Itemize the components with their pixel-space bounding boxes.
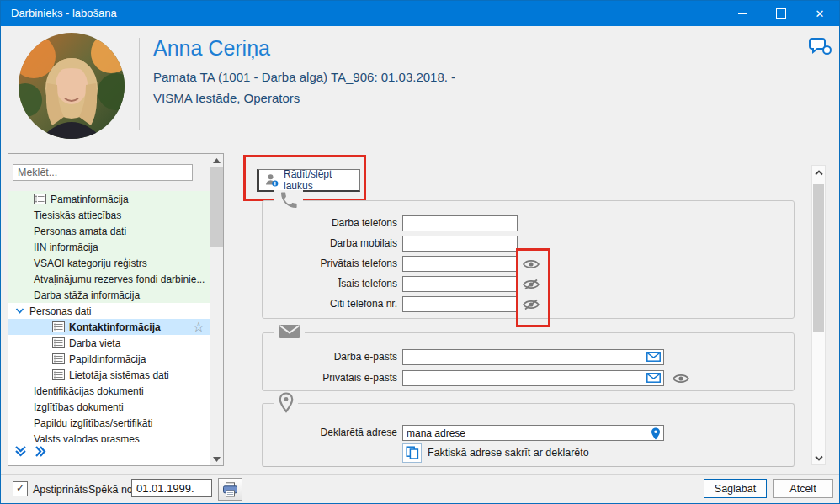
sidebar-item-label: Identifikācijas dokumenti [34,385,144,397]
phone-field-row: Darba telefons [263,215,794,232]
sidebar-item-label: Pamatinformācija [51,194,129,205]
sidebar-item-label: Papildu izglītības/sertifikāti [34,417,152,429]
maximize-button[interactable] [762,1,800,26]
priv-tais-telefons-input[interactable] [402,256,518,272]
show-hide-fields-button[interactable]: Rādīt/slēpt laukus [257,169,360,192]
priv-tais-e-pasts-input[interactable] [402,370,664,386]
title-bar: Darbinieks - labošana ✕ [1,1,839,26]
form-icon [52,321,65,332]
darba-mobilais-label: Darba mobilais [263,237,397,249]
sidebar-item-label: Darba vieta [69,337,120,349]
sidebar-item-atva-in-jumu-rezerves-fondi-darbinie[interactable]: Atvaļinājumu rezerves fondi darbinie... [8,271,210,287]
sidebar-item-pamatinform-cija[interactable]: Pamatinformācija [8,191,210,207]
employee-edit-dialog: Darbinieks - labošana ✕ [0,0,840,504]
sidebar-item-personas-amata-dati[interactable]: Personas amata dati [8,223,210,239]
darba-e-pasts-input[interactable] [402,349,664,365]
sidebar-item-label: Darba stāža informācija [34,289,140,301]
address-match-label: Faktiskā adrese sakrīt ar deklarēto [428,447,589,459]
show-hide-fields-label: Rādīt/slēpt laukus [284,168,359,192]
chat-icon[interactable] [809,36,832,56]
sidebar-item-label: VSAOI kategoriju reģistrs [34,257,147,269]
close-icon: ✕ [816,8,825,19]
form-icon [52,369,65,380]
sidebar-item-tiesisk-s-attiec-bas[interactable]: Tiesiskās attiecības [8,207,210,223]
print-button[interactable] [218,478,242,501]
sidebar-item-label: Personas dati [29,305,91,317]
copy-address-button[interactable] [402,443,422,463]
sidebar-scrollbar[interactable] [210,154,223,465]
sidebar-item-lietot-ja-sist-mas-dati[interactable]: Lietotāja sistēmas dati [8,367,210,383]
sidebar-item-iin-inform-cija[interactable]: IIN informācija [8,239,210,255]
approved-checkbox[interactable]: ✓ [13,481,28,496]
declared-address-input[interactable] [402,425,664,441]
sidebar-tree: PamatinformācijaTiesiskās attiecībasPers… [8,191,210,442]
sidebar-item-papildu-izgl-t-bas-sertifik-ti[interactable]: Papildu izglītības/sertifikāti [8,415,210,431]
scroll-up-icon[interactable] [210,154,223,167]
phone-field-row: Īsais telefons [263,276,794,293]
sidebar-item-label: Tiesiskās attiecības [34,210,121,221]
sidebar-item-label: Valsts valodas prasmes [34,433,140,443]
darba-telefons-input[interactable] [402,215,518,231]
save-button-label: Saglabāt [715,483,756,495]
sidebar-scroll-thumb[interactable] [210,167,223,247]
form-icon [52,337,65,348]
employee-organization: VISMA Iestāde, Operators [153,91,300,105]
phone-field-row: Privātais telefons [263,256,794,273]
sidebar-item-darba-st-a-inform-cija[interactable]: Darba stāža informācija [8,287,210,303]
sidebar-item-label: Atvaļinājumu rezerves fondi darbinie... [34,273,205,285]
cancel-button-label: Atcelt [789,483,816,495]
sidebar-item-label: Personas amata dati [34,225,126,237]
valid-from-input[interactable] [131,479,212,497]
sidebar-item-papildinform-cija[interactable]: Papildinformācija [8,351,210,367]
eye-visible-icon[interactable] [672,372,690,385]
cancel-button[interactable]: Atcelt [773,479,833,498]
envelope-icon [274,324,305,339]
email-field-row: Privātais e-pasts [263,370,794,387]
citi-telefona-nr-label: Citi telefona nr. [263,298,397,310]
eye-hidden-icon[interactable] [522,298,540,311]
chevron-down-icon[interactable] [15,307,24,315]
email-field-row: Darba e-pasts [263,349,794,366]
collapse-all-icon[interactable] [14,445,27,461]
map-pin-icon [274,392,298,413]
close-button[interactable]: ✕ [800,1,839,26]
minimize-button[interactable] [723,1,762,26]
email-group: Darba e-pastsPrivātais e-pasts [262,332,795,391]
sidebar-item-izgl-t-bas-dokumenti[interactable]: Izglītības dokumenti [8,399,210,415]
darba-telefons-label: Darba telefons [263,217,397,229]
sidebar-search-area [8,154,210,191]
sidebar-item-label: Izglītības dokumenti [34,401,124,413]
expand-all-icon[interactable] [35,445,46,461]
sais-telefons-input[interactable] [402,276,518,292]
eye-visible-icon[interactable] [522,257,540,271]
approved-label: Apstiprināts [33,484,88,496]
sidebar-panel: PamatinformācijaTiesiskās attiecībasPers… [8,153,224,466]
sidebar-item-identifik-cijas-dokumenti[interactable]: Identifikācijas dokumenti [8,383,210,399]
darba-mobilais-input[interactable] [402,236,518,252]
sidebar-item-vsaoi-kategoriju-re-istrs[interactable]: VSAOI kategoriju reģistrs [8,255,210,271]
sidebar-item-kontaktinform-cija[interactable]: Kontaktinformācija☆ [8,319,210,335]
phone-field-row: Darba mobilais [263,236,794,252]
header-divider [139,38,140,130]
priv-tais-telefons-label: Privātais telefons [263,257,397,269]
person-info-icon [265,173,279,187]
sais-telefons-label: Īsais telefons [263,278,397,289]
sidebar-item-personas-dati[interactable]: Personas dati [8,303,210,319]
favorite-star-icon[interactable]: ☆ [193,319,205,335]
search-input[interactable] [13,164,193,181]
main-scroll-thumb[interactable] [813,184,824,332]
minimize-icon [738,13,747,14]
sidebar-item-darba-vieta[interactable]: Darba vieta [8,335,210,351]
scroll-up-icon[interactable] [812,166,825,179]
phone-group: Darba telefonsDarba mobilaisPrivātais te… [262,200,795,319]
employee-assignment: Pamata TA (1001 - Darba alga) TA_906: 01… [153,70,455,84]
sidebar-item-valsts-valodas-prasmes[interactable]: Valsts valodas prasmes [8,431,210,442]
save-button[interactable]: Saglabāt [704,479,767,498]
sidebar-item-label: Kontaktinformācija [69,321,161,333]
scroll-down-icon[interactable] [812,451,825,464]
scroll-down-icon[interactable] [210,453,223,465]
citi-telefona-nr-input[interactable] [402,296,518,312]
sidebar-item-label: Lietotāja sistēmas dati [69,369,169,381]
eye-hidden-icon[interactable] [522,278,540,291]
main-scrollbar[interactable] [811,165,826,465]
